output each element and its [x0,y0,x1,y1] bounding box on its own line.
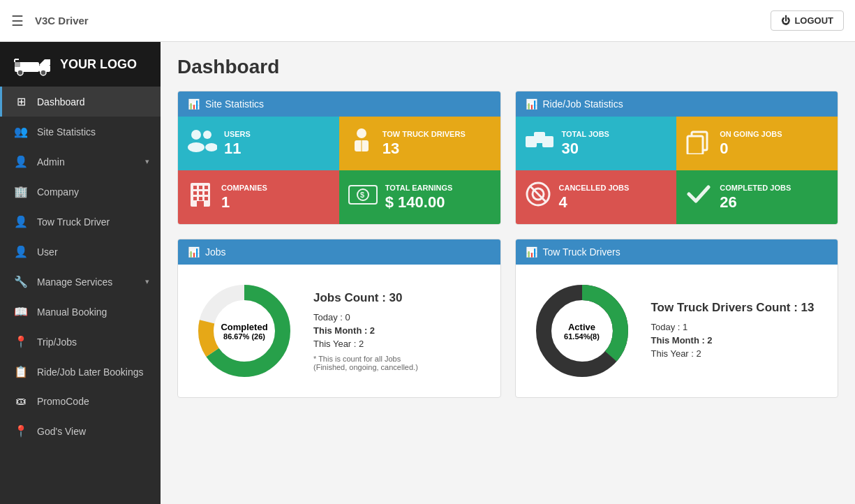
users-info: USERS 11 [224,129,251,157]
total-earnings-label: TOTAL EARNINGS [385,183,453,193]
sidebar-item-tow-truck-driver[interactable]: 👤 Tow Truck Driver [0,207,161,237]
tow-truck-drivers-chart-body: Active 61.54%(8) Tow Truck Drivers Count… [516,265,838,397]
svg-rect-22 [193,197,197,200]
jobs-note: * This is count for all Jobs(Finished, o… [313,355,418,371]
sidebar-item-site-statistics[interactable]: 👥 Site Statistics [0,117,161,147]
sidebar-item-promo-code[interactable]: 🎟 PromoCode [0,387,161,416]
stats-row: 📊 Site Statistics [177,91,838,225]
tow-truck-drivers-info: TOW TRUCK DRIVERS 13 [382,129,466,157]
promo-code-icon: 🎟 [13,395,29,408]
sidebar: YOUR LOGO ⊞ Dashboard 👥 Site Statistics … [0,42,161,504]
jobs-chart-body: Completed 86.67% (26) Jobs Count : 30 To… [178,265,500,397]
sidebar-item-label: Dashboard [37,96,149,108]
total-jobs-info: TOTAL JOBS 30 [562,129,609,157]
svg-rect-29 [350,187,355,190]
tow-truck-drivers-label: TOW TRUCK DRIVERS [382,129,466,139]
jobs-chart-panel: 📊 Jobs Completed [177,239,501,398]
jobs-donut-label: Completed 86.67% (26) [221,322,267,341]
sidebar-logo: YOUR LOGO [0,42,161,87]
sidebar-item-company[interactable]: 🏢 Company [0,177,161,207]
sidebar-item-ride-job-later-bookings[interactable]: 📋 Ride/Job Later Bookings [0,357,161,387]
companies-info: COMPANIES 1 [221,183,267,211]
companies-card: COMPANIES 1 [178,170,339,224]
total-earnings-card: $ TOTAL EARNINGS $ 140.00 [339,170,500,224]
drivers-count-title: Tow Truck Drivers Count : 13 [651,301,815,315]
hamburger-icon[interactable]: ☰ [11,13,24,29]
ride-job-statistics-header: 📊 Ride/Job Statistics [516,91,838,117]
bar-chart-icon2: 📊 [526,98,537,110]
svg-rect-21 [205,191,208,195]
completed-jobs-info: COMPLETED JOBS 26 [720,183,791,211]
sidebar-item-manual-booking[interactable]: 📖 Manual Booking [0,297,161,327]
total-jobs-value: 30 [562,140,609,158]
sidebar-item-gods-view[interactable]: 📍 God's View [0,416,161,446]
svg-rect-35 [687,136,703,154]
ride-job-icon: 📋 [13,365,29,378]
sidebar-item-admin[interactable]: 👤 Admin ▾ [0,147,161,177]
completed-jobs-value: 26 [720,193,791,212]
layout: YOUR LOGO ⊞ Dashboard 👥 Site Statistics … [0,42,855,504]
sidebar-item-trip-jobs[interactable]: 📍 Trip/Jobs [0,327,161,357]
dashboard-icon: ⊞ [13,95,29,108]
sidebar-item-manage-services[interactable]: 🔧 Manage Services ▾ [0,267,161,297]
admin-icon: 👤 [13,155,29,168]
companies-value: 1 [221,193,267,212]
sidebar-item-label: Company [37,186,149,198]
total-earnings-value: $ 140.00 [385,193,453,212]
svg-rect-23 [199,197,202,200]
chevron-down-icon: ▾ [145,157,149,166]
svg-rect-17 [199,186,202,189]
completed-jobs-label: COMPLETED JOBS [720,183,791,193]
copy-icon [685,126,713,161]
jobs-this-month: This Month : 2 [313,325,418,336]
bar-chart-icon4: 📊 [526,246,537,258]
cubes-icon [524,128,555,159]
site-statistics-icon: 👥 [13,125,29,138]
sidebar-item-label: Ride/Job Later Bookings [37,366,149,378]
site-statistics-grid: USERS 11 TOW TRUC [178,117,500,224]
manual-booking-icon: 📖 [13,305,29,318]
drivers-donut-label: Active 61.54%(8) [564,322,600,341]
gods-view-icon: 📍 [13,424,29,438]
total-earnings-info: TOTAL EARNINGS $ 140.00 [385,183,453,211]
bar-chart-icon3: 📊 [188,246,200,258]
tow-truck-drivers-value: 13 [382,140,466,158]
top-nav-left: ☰ V3C Driver [11,13,89,29]
companies-label: COMPANIES [221,183,267,193]
sidebar-item-label: God's View [37,426,149,437]
sidebar-item-label: User [37,246,149,258]
on-going-jobs-label: ON GOING JOBS [720,129,782,139]
jobs-today: Today : 0 [313,312,418,323]
site-statistics-panel: 📊 Site Statistics [177,91,501,225]
ride-job-statistics-panel: 📊 Ride/Job Statistics TOTA [515,91,839,225]
sidebar-item-label: PromoCode [37,396,149,407]
tow-truck-driver-icon: 👤 [13,215,29,228]
svg-marker-2 [39,59,50,65]
cancelled-jobs-info: CANCELLED JOBS 4 [559,183,630,211]
svg-rect-30 [371,198,376,201]
users-card: USERS 11 [178,117,339,170]
drivers-chart-stats: Tow Truck Drivers Count : 13 Today : 1 T… [651,301,815,362]
svg-rect-33 [542,136,553,147]
sidebar-item-label: Tow Truck Driver [37,216,149,228]
on-going-jobs-info: ON GOING JOBS 0 [720,129,782,157]
sidebar-item-user[interactable]: 👤 User [0,237,161,267]
checkmark-icon [685,180,713,214]
total-jobs-card: TOTAL JOBS 30 [516,117,677,170]
logout-button[interactable]: ⏻ LOGOUT [771,10,844,31]
svg-text:$: $ [360,191,364,199]
manage-services-icon: 🔧 [13,275,29,288]
app-name: V3C Driver [35,15,89,27]
svg-point-11 [205,143,217,151]
tow-truck-drivers-chart-header: 📊 Tow Truck Drivers [516,239,838,265]
svg-rect-25 [197,201,204,207]
svg-rect-19 [193,191,197,195]
tow-truck-drivers-card: TOW TRUCK DRIVERS 13 [339,117,500,170]
sidebar-item-dashboard[interactable]: ⊞ Dashboard [0,87,161,117]
page-title: Dashboard [177,56,838,78]
jobs-chart-stats: Jobs Count : 30 Today : 0 This Month : 2… [313,291,418,371]
user-icon: 👤 [13,245,29,258]
svg-point-12 [357,128,366,138]
svg-point-5 [40,70,46,75]
ride-job-statistics-grid: TOTAL JOBS 30 ON GOING JOBS [516,117,838,224]
